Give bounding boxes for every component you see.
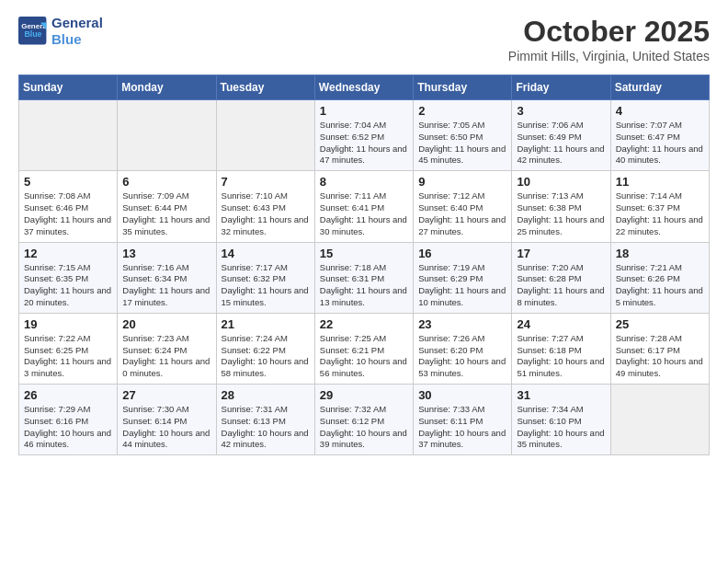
- day-number: 8: [320, 175, 408, 189]
- day-info: Sunset: 6:18 PM: [517, 345, 605, 357]
- day-info: Daylight: 11 hours and 22 minutes.: [616, 214, 704, 238]
- day-info: Daylight: 10 hours and 56 minutes.: [320, 356, 408, 380]
- day-info: Daylight: 10 hours and 44 minutes.: [122, 428, 210, 452]
- calendar-cell: 24Sunrise: 7:27 AMSunset: 6:18 PMDayligh…: [512, 313, 610, 384]
- calendar-cell: 1Sunrise: 7:04 AMSunset: 6:52 PMDaylight…: [314, 100, 413, 171]
- calendar-cell: 2Sunrise: 7:05 AMSunset: 6:50 PMDaylight…: [414, 100, 512, 171]
- page: General Blue General Blue October 2025 P…: [0, 0, 728, 474]
- day-info: Sunset: 6:17 PM: [616, 345, 704, 357]
- calendar-cell: 7Sunrise: 7:10 AMSunset: 6:43 PMDaylight…: [216, 171, 314, 242]
- day-number: 16: [418, 247, 506, 260]
- day-info: Daylight: 10 hours and 42 minutes.: [222, 428, 310, 452]
- day-info: Daylight: 10 hours and 49 minutes.: [616, 356, 704, 380]
- calendar-week-row: 26Sunrise: 7:29 AMSunset: 6:16 PMDayligh…: [19, 385, 710, 455]
- calendar-week-row: 1Sunrise: 7:04 AMSunset: 6:52 PMDaylight…: [19, 100, 710, 171]
- calendar-header-row: SundayMondayTuesdayWednesdayThursdayFrid…: [19, 75, 710, 100]
- day-info: Daylight: 10 hours and 53 minutes.: [418, 356, 506, 380]
- day-number: 18: [616, 247, 704, 260]
- day-info: Daylight: 11 hours and 35 minutes.: [122, 214, 210, 238]
- calendar-cell: 11Sunrise: 7:14 AMSunset: 6:37 PMDayligh…: [610, 171, 709, 242]
- day-number: 19: [24, 317, 112, 331]
- day-info: Sunset: 6:50 PM: [418, 132, 506, 144]
- day-info: Sunset: 6:32 PM: [222, 273, 310, 285]
- calendar-cell: 10Sunrise: 7:13 AMSunset: 6:38 PMDayligh…: [512, 171, 610, 242]
- calendar-cell: [118, 100, 216, 171]
- day-info: Sunrise: 7:24 AM: [222, 333, 310, 345]
- day-number: 3: [517, 104, 605, 118]
- day-info: Daylight: 11 hours and 42 minutes.: [517, 144, 605, 167]
- day-info: Sunrise: 7:33 AM: [418, 404, 506, 416]
- day-info: Daylight: 11 hours and 15 minutes.: [222, 285, 310, 309]
- day-info: Daylight: 11 hours and 32 minutes.: [222, 214, 310, 238]
- day-info: Sunrise: 7:12 AM: [418, 190, 506, 202]
- day-number: 9: [418, 175, 506, 189]
- day-info: Sunset: 6:16 PM: [24, 416, 112, 428]
- calendar-cell: [610, 385, 709, 455]
- calendar-cell: 12Sunrise: 7:15 AMSunset: 6:35 PMDayligh…: [19, 242, 118, 313]
- day-info: Sunset: 6:12 PM: [320, 416, 408, 428]
- calendar-cell: 26Sunrise: 7:29 AMSunset: 6:16 PMDayligh…: [19, 385, 118, 455]
- header-wednesday: Wednesday: [314, 75, 413, 100]
- calendar-cell: 31Sunrise: 7:34 AMSunset: 6:10 PMDayligh…: [512, 385, 610, 455]
- day-number: 24: [517, 317, 605, 331]
- day-info: Sunrise: 7:10 AM: [222, 190, 310, 202]
- day-info: Daylight: 11 hours and 20 minutes.: [24, 285, 112, 309]
- day-number: 30: [418, 388, 506, 402]
- day-info: Sunrise: 7:08 AM: [24, 190, 112, 202]
- day-info: Sunrise: 7:20 AM: [517, 262, 605, 274]
- day-info: Sunset: 6:22 PM: [222, 345, 310, 357]
- day-number: 29: [320, 388, 408, 402]
- day-number: 20: [122, 317, 210, 331]
- calendar-cell: 23Sunrise: 7:26 AMSunset: 6:20 PMDayligh…: [414, 313, 512, 384]
- day-info: Sunset: 6:43 PM: [222, 202, 310, 214]
- header-thursday: Thursday: [414, 75, 512, 100]
- calendar-cell: 13Sunrise: 7:16 AMSunset: 6:34 PMDayligh…: [118, 242, 216, 313]
- day-info: Sunset: 6:28 PM: [517, 273, 605, 285]
- day-info: Daylight: 10 hours and 51 minutes.: [517, 356, 605, 380]
- calendar-cell: 21Sunrise: 7:24 AMSunset: 6:22 PMDayligh…: [216, 313, 314, 384]
- calendar-cell: 4Sunrise: 7:07 AMSunset: 6:47 PMDaylight…: [610, 100, 709, 171]
- day-info: Daylight: 10 hours and 58 minutes.: [222, 356, 310, 380]
- calendar-cell: 8Sunrise: 7:11 AMSunset: 6:41 PMDaylight…: [314, 171, 413, 242]
- title-block: October 2025 Pimmit Hills, Virginia, Uni…: [508, 15, 710, 63]
- day-info: Daylight: 11 hours and 5 minutes.: [616, 285, 704, 309]
- day-info: Sunset: 6:44 PM: [122, 202, 210, 214]
- calendar-week-row: 5Sunrise: 7:08 AMSunset: 6:46 PMDaylight…: [19, 171, 710, 242]
- header-saturday: Saturday: [610, 75, 709, 100]
- header-tuesday: Tuesday: [216, 75, 314, 100]
- day-info: Sunrise: 7:05 AM: [418, 120, 506, 132]
- logo-text-block: General Blue: [51, 15, 103, 48]
- month-title: October 2025: [508, 15, 710, 49]
- day-info: Sunset: 6:31 PM: [320, 273, 408, 285]
- location-subtitle: Pimmit Hills, Virginia, United States: [508, 49, 710, 63]
- day-number: 22: [320, 317, 408, 331]
- calendar-cell: [19, 100, 118, 171]
- calendar-cell: 9Sunrise: 7:12 AMSunset: 6:40 PMDaylight…: [414, 171, 512, 242]
- day-info: Sunrise: 7:04 AM: [320, 120, 408, 132]
- day-number: 4: [616, 104, 704, 118]
- day-info: Sunset: 6:52 PM: [320, 132, 408, 144]
- day-number: 27: [122, 388, 210, 402]
- day-info: Sunrise: 7:34 AM: [517, 404, 605, 416]
- day-info: Sunrise: 7:23 AM: [122, 333, 210, 345]
- day-info: Sunset: 6:25 PM: [24, 345, 112, 357]
- calendar-week-row: 19Sunrise: 7:22 AMSunset: 6:25 PMDayligh…: [19, 313, 710, 384]
- day-info: Sunset: 6:10 PM: [517, 416, 605, 428]
- day-number: 25: [616, 317, 704, 331]
- day-info: Sunrise: 7:21 AM: [616, 262, 704, 274]
- calendar-table: SundayMondayTuesdayWednesdayThursdayFrid…: [18, 75, 710, 455]
- day-info: Sunrise: 7:25 AM: [320, 333, 408, 345]
- day-info: Daylight: 11 hours and 27 minutes.: [418, 214, 506, 238]
- day-number: 21: [222, 317, 310, 331]
- calendar-cell: 15Sunrise: 7:18 AMSunset: 6:31 PMDayligh…: [314, 242, 413, 313]
- day-info: Sunset: 6:24 PM: [122, 345, 210, 357]
- calendar-cell: 17Sunrise: 7:20 AMSunset: 6:28 PMDayligh…: [512, 242, 610, 313]
- calendar-cell: 25Sunrise: 7:28 AMSunset: 6:17 PMDayligh…: [610, 313, 709, 384]
- calendar-week-row: 12Sunrise: 7:15 AMSunset: 6:35 PMDayligh…: [19, 242, 710, 313]
- day-info: Sunrise: 7:15 AM: [24, 262, 112, 274]
- day-number: 1: [320, 104, 408, 118]
- day-info: Sunrise: 7:26 AM: [418, 333, 506, 345]
- svg-text:Blue: Blue: [24, 29, 41, 39]
- day-info: Sunrise: 7:27 AM: [517, 333, 605, 345]
- day-info: Daylight: 10 hours and 35 minutes.: [517, 428, 605, 452]
